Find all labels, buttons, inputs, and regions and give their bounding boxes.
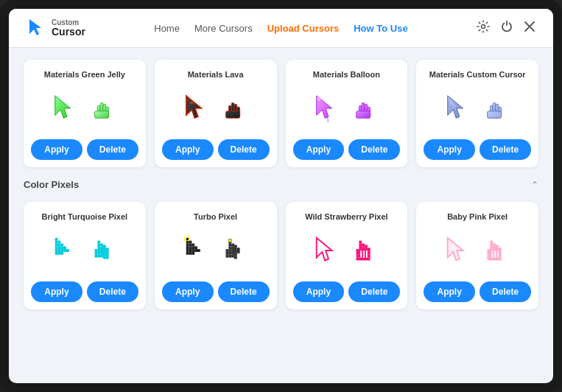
device-frame: Custom Cursor Home More Cursors Upload C…: [0, 0, 562, 392]
header-icons: [477, 20, 535, 36]
svg-rect-82: [189, 249, 192, 252]
cursor-btn-row-balloon: Apply Delete: [293, 139, 401, 160]
svg-rect-104: [228, 252, 231, 255]
svg-rect-39: [57, 243, 60, 246]
svg-rect-124: [356, 252, 370, 255]
svg-rect-44: [63, 246, 66, 249]
svg-rect-74: [186, 241, 189, 244]
close-icon[interactable]: [524, 21, 535, 35]
svg-rect-58: [94, 249, 97, 252]
svg-rect-40: [57, 246, 60, 249]
cursor-title-strawberry: Wild Strawberry Pixel: [305, 212, 387, 221]
cursor-btn-row-lava: Apply Delete: [162, 139, 270, 160]
svg-rect-136: [496, 245, 499, 248]
delete-turbo[interactable]: Delete: [218, 281, 270, 302]
cursor-images-balloon: [312, 86, 380, 130]
cursor-title-baby-pink: Baby Pink Pixel: [447, 212, 507, 221]
svg-rect-60: [94, 255, 97, 258]
svg-rect-128: [363, 251, 365, 258]
svg-rect-21: [356, 111, 370, 119]
svg-rect-144: [494, 251, 496, 258]
nav-how-to-use[interactable]: How To Use: [354, 23, 407, 34]
svg-rect-145: [497, 251, 499, 258]
cursor-images-turquoise: [51, 228, 119, 273]
svg-marker-130: [448, 238, 463, 261]
svg-rect-87: [192, 249, 194, 252]
delete-balloon[interactable]: Delete: [348, 139, 400, 160]
collapse-icon[interactable]: ⌃: [531, 180, 538, 190]
cursor-arrow-balloon: [312, 93, 343, 124]
svg-rect-69: [103, 256, 106, 259]
delete-custom[interactable]: Delete: [480, 139, 531, 160]
svg-marker-8: [186, 96, 201, 119]
color-pixels-title: Color Pixels: [24, 179, 79, 190]
apply-balloon[interactable]: Apply: [293, 139, 345, 160]
svg-rect-46: [60, 249, 63, 252]
cursor-btn-row-strawberry: Apply Delete: [293, 281, 401, 302]
svg-rect-113: [228, 239, 231, 242]
cursor-hand-green-jelly: [88, 93, 119, 124]
svg-rect-88: [197, 249, 200, 252]
delete-strawberry[interactable]: Delete: [348, 281, 400, 302]
apply-baby-pink[interactable]: Apply: [424, 281, 475, 302]
cursor-images-lava: [182, 86, 250, 130]
svg-point-9: [189, 101, 194, 104]
svg-rect-98: [234, 248, 237, 251]
svg-rect-89: [192, 252, 194, 255]
apply-strawberry[interactable]: Apply: [293, 281, 345, 302]
cursor-images-strawberry: [312, 228, 380, 273]
svg-rect-85: [194, 246, 197, 249]
svg-rect-61: [97, 249, 100, 252]
materials-grid: Materials Green Jelly: [24, 60, 538, 167]
svg-rect-86: [194, 249, 197, 252]
svg-rect-108: [231, 255, 234, 258]
svg-rect-45: [63, 249, 66, 252]
apply-lava[interactable]: Apply: [162, 139, 214, 160]
apply-turbo[interactable]: Apply: [162, 281, 214, 302]
svg-rect-53: [100, 243, 103, 246]
svg-rect-79: [189, 241, 192, 244]
svg-rect-75: [186, 243, 189, 246]
svg-rect-76: [186, 246, 189, 249]
apply-green-jelly[interactable]: Apply: [31, 139, 82, 160]
cursor-btn-row-baby-pink: Apply Delete: [424, 281, 531, 302]
svg-rect-109: [234, 251, 237, 253]
svg-rect-132: [490, 243, 493, 246]
svg-rect-65: [100, 252, 103, 255]
cursor-images-baby-pink: [443, 228, 511, 273]
delete-green-jelly[interactable]: Delete: [87, 139, 138, 160]
svg-rect-49: [57, 252, 60, 255]
color-pixels-grid: Bright Turquoise Pixel: [24, 202, 538, 309]
cursor-hand-custom: [480, 93, 511, 124]
svg-rect-126: [356, 258, 370, 261]
delete-lava[interactable]: Delete: [218, 139, 270, 160]
svg-rect-101: [225, 252, 228, 255]
cursor-card-balloon: Materials Balloon: [286, 60, 408, 167]
svg-rect-50: [97, 241, 100, 244]
apply-custom[interactable]: Apply: [424, 139, 475, 160]
svg-rect-123: [356, 249, 370, 252]
gear-icon[interactable]: [477, 20, 490, 36]
power-icon[interactable]: [500, 20, 513, 36]
cursor-btn-row-green-jelly: Apply Delete: [31, 139, 138, 160]
svg-point-16: [317, 97, 322, 101]
delete-baby-pink[interactable]: Delete: [480, 281, 531, 302]
svg-rect-80: [189, 243, 192, 246]
delete-turquoise[interactable]: Delete: [87, 281, 138, 302]
cursor-card-turquoise: Bright Turquoise Pixel: [24, 202, 146, 309]
svg-rect-62: [97, 252, 100, 255]
svg-rect-129: [366, 251, 368, 258]
logo: Custom Cursor: [27, 18, 85, 38]
cursor-title-turbo: Turbo Pixel: [194, 212, 237, 221]
main-content: Materials Green Jelly: [9, 48, 553, 383]
nav-home[interactable]: Home: [154, 23, 180, 34]
cursor-hand-lava: [219, 93, 250, 124]
svg-rect-34: [55, 243, 58, 246]
cursor-title-green-jelly: Materials Green Jelly: [44, 70, 125, 79]
nav-upload-cursors[interactable]: Upload Cursors: [267, 23, 340, 34]
svg-rect-7: [94, 111, 108, 119]
apply-turquoise[interactable]: Apply: [31, 281, 82, 302]
nav-more-cursors[interactable]: More Cursors: [194, 23, 253, 34]
svg-rect-106: [231, 249, 234, 252]
svg-rect-55: [103, 245, 106, 248]
